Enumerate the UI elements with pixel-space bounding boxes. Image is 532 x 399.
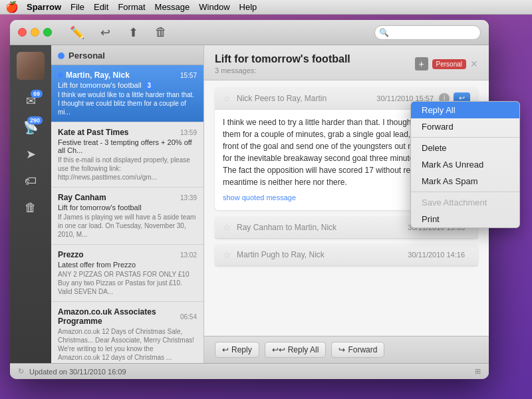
search-input[interactable]: [374, 25, 481, 40]
email-list-item[interactable]: Martin, Ray, Nick15:57Lift for tomorrow'…: [51, 65, 203, 122]
menu-file[interactable]: File: [70, 2, 84, 12]
inbox-label: Personal: [68, 51, 105, 61]
status-text: Updated on 30/11/2010 16:09: [29, 368, 126, 376]
email-list-content: Martin, Ray, Nick15:57Lift for tomorrow'…: [51, 65, 203, 363]
refresh-icon[interactable]: ↻: [18, 367, 24, 376]
email-list-item[interactable]: Ray Canham13:39Lift for tomorrow's footb…: [51, 188, 203, 245]
email-sender: Kate at Past Times: [58, 128, 129, 137]
inbox-indicator: [58, 53, 65, 59]
context-menu-item-reply-all[interactable]: Reply All: [411, 102, 519, 118]
email-subject: Lift for tomorrow's football3: [58, 81, 197, 89]
menu-message[interactable]: Message: [155, 2, 190, 12]
move-icon[interactable]: ⬆: [124, 23, 142, 42]
action-bar: ↩ Reply ↩↩ Reply All ↪ Forward: [204, 336, 489, 363]
context-menu-item-delete[interactable]: Delete: [411, 140, 519, 156]
email-preview: Amazon.co.uk 12 Days of Christmas Sale, …: [58, 327, 197, 362]
toolbar: ✏️ ↩ ⬆ 🗑: [68, 23, 170, 42]
trash-sidebar-icon: 🗑: [25, 201, 37, 215]
email-list-item[interactable]: Amazon.co.uk Associates Programme06:54Am…: [51, 302, 203, 363]
star-icon[interactable]: ☆: [223, 93, 231, 104]
email-sender: Martin, Ray, Nick: [58, 70, 130, 80]
context-menu-item-forward[interactable]: Forward: [411, 118, 519, 135]
email-sender: Amazon.co.uk Associates Programme: [58, 307, 180, 326]
email-preview: I think we would like to a little harder…: [58, 90, 197, 116]
email-sender: Ray Canham: [58, 193, 106, 202]
sidebar-item-trash[interactable]: 🗑: [17, 196, 45, 219]
search-icon: 🔍: [379, 28, 389, 37]
message-item-collapsed-2: ☆ Martin Pugh to Ray, Nick 30/11/2010 14…: [215, 244, 478, 266]
labels-icon: 🏷: [25, 174, 37, 188]
menu-format[interactable]: Format: [118, 2, 145, 12]
titlebar: ✏️ ↩ ⬆ 🗑 🔍: [10, 20, 489, 45]
sidebar-item-feed[interactable]: 📡 290: [17, 116, 45, 140]
sidebar-item-inbox[interactable]: ✉ 69: [17, 89, 45, 113]
message-collapsed-header-2[interactable]: ☆ Martin Pugh to Ray, Nick 30/11/2010 14…: [215, 244, 478, 266]
expand-icon[interactable]: ⊞: [475, 367, 481, 376]
statusbar: ↻ Updated on 30/11/2010 16:09 ⊞: [10, 363, 489, 379]
menu-sparrow[interactable]: Sparrow: [27, 2, 61, 12]
email-preview: If this e-mail is not displayed properly…: [58, 156, 197, 182]
context-menu-item-mark-unread[interactable]: Mark As Unread: [411, 156, 519, 173]
context-menu-divider-1: [411, 137, 519, 138]
compose-icon[interactable]: ✏️: [68, 23, 86, 42]
menu-help[interactable]: Help: [239, 2, 257, 12]
reply-all-button[interactable]: ↩↩ Reply All: [265, 342, 327, 358]
message-from-collapsed-2: Martin Pugh to Ray, Nick: [237, 250, 408, 259]
email-list-item[interactable]: Kate at Past Times13:59Festive treat - 3…: [51, 122, 203, 188]
reply-icon: ↩: [222, 345, 229, 354]
email-sender: Prezzo: [58, 250, 84, 259]
email-subject: Festive treat - 3 tempting offers + 20% …: [58, 138, 197, 154]
sidebar-item-sent[interactable]: ➤: [17, 142, 45, 166]
email-time: 15:57: [180, 72, 197, 79]
email-time: 13:39: [180, 194, 197, 201]
context-menu: Reply All Forward Delete Mark As Unread …: [410, 101, 520, 228]
menubar: 🍎 Sparrow File Edit Format Message Windo…: [0, 0, 532, 15]
email-time: 06:54: [180, 313, 197, 321]
search-bar: 🔍: [374, 25, 481, 40]
sent-icon: ➤: [26, 147, 36, 162]
email-count-badge: 3: [144, 81, 155, 90]
message-from: Nick Peers to Ray, Martin: [237, 94, 376, 103]
personal-tag: Personal: [432, 59, 466, 69]
menu-edit[interactable]: Edit: [94, 2, 108, 12]
close-button[interactable]: [18, 28, 27, 37]
forward-icon: ↪: [338, 345, 345, 354]
reply-all-icon: ↩↩: [272, 345, 285, 354]
detail-title: Lift for tomorrow's football: [215, 53, 350, 65]
apple-menu-icon[interactable]: 🍎: [5, 1, 19, 13]
star-icon[interactable]: ☆: [223, 222, 231, 233]
context-menu-item-mark-spam[interactable]: Mark As Spam: [411, 173, 519, 190]
forward-button[interactable]: ↪ Forward: [331, 342, 384, 358]
email-list-item[interactable]: Prezzo13:02Latest offer from PrezzoANY 2…: [51, 245, 203, 302]
feed-badge: 290: [27, 116, 43, 124]
star-icon[interactable]: ☆: [223, 249, 231, 260]
email-list: Personal Martin, Ray, Nick15:57Lift for …: [51, 45, 204, 363]
inbox-badge: 69: [31, 90, 43, 98]
close-detail-button[interactable]: ✕: [470, 59, 478, 69]
detail-meta: 3 messages:: [215, 66, 350, 74]
archive-icon[interactable]: ↩: [96, 23, 114, 42]
menu-window[interactable]: Window: [199, 2, 229, 12]
message-from-collapsed-1: Ray Canham to Martin, Nick: [237, 223, 408, 232]
email-subject: Lift for tomorrow's football: [58, 203, 197, 211]
traffic-lights: [18, 28, 52, 37]
maximize-button[interactable]: [43, 28, 52, 37]
email-preview: ANY 2 PIZZAS OR PASTAS FOR ONLY £10 Buy …: [58, 270, 197, 296]
sidebar-item-labels[interactable]: 🏷: [17, 169, 45, 193]
message-date-collapsed-2: 30/11/2010 14:16: [408, 251, 465, 259]
context-menu-item-save-attachment: Save Attachment: [411, 194, 519, 211]
context-menu-divider-2: [411, 192, 519, 192]
email-list-header: Personal: [51, 45, 203, 65]
trash-icon[interactable]: 🗑: [152, 23, 170, 42]
sidebar: ✉ 69 📡 290 ➤ 🏷 🗑: [10, 45, 51, 363]
reply-button[interactable]: ↩ Reply: [215, 342, 259, 358]
minimize-button[interactable]: [31, 28, 39, 37]
email-time: 13:59: [180, 129, 197, 136]
add-tag-button[interactable]: +: [415, 57, 428, 70]
detail-header: Lift for tomorrow's football 3 messages:…: [204, 45, 489, 80]
avatar: [17, 52, 45, 80]
email-time: 13:02: [180, 251, 197, 259]
email-preview: If James is playing we will have a 5 asi…: [58, 213, 197, 239]
context-menu-item-print[interactable]: Print: [411, 211, 519, 227]
email-subject: Latest offer from Prezzo: [58, 261, 197, 269]
